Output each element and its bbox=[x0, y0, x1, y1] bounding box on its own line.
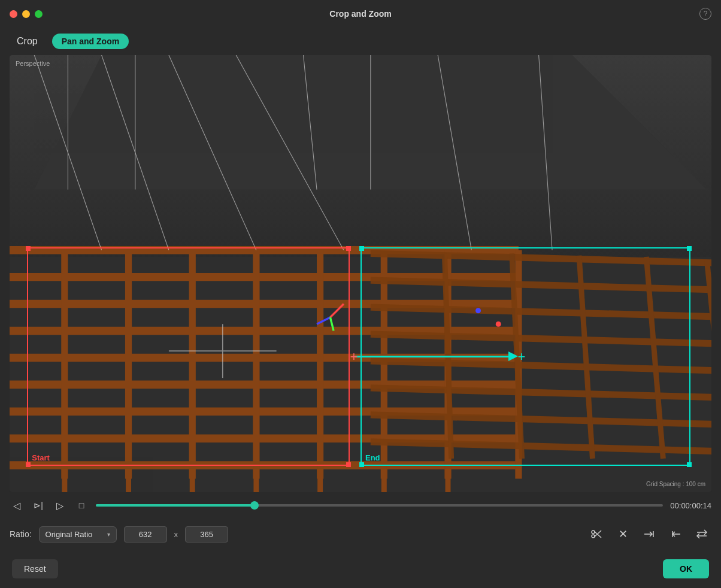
svg-point-59 bbox=[592, 535, 595, 538]
timeline-filled bbox=[96, 504, 255, 507]
svg-point-58 bbox=[592, 531, 595, 534]
stop-button[interactable]: □ bbox=[74, 498, 89, 513]
scissors-icon[interactable] bbox=[587, 525, 606, 544]
crop-start-box[interactable]: Start bbox=[27, 247, 350, 466]
arrow-left-bar-icon[interactable] bbox=[666, 525, 685, 544]
pan-zoom-arrow: + + bbox=[350, 349, 525, 365]
dimension-separator: x bbox=[174, 530, 178, 539]
width-input[interactable] bbox=[124, 526, 167, 542]
play-button[interactable]: ▷ bbox=[53, 498, 67, 513]
titlebar: Crop and Zoom ? bbox=[0, 0, 721, 28]
window-title: Crop and Zoom bbox=[329, 9, 391, 19]
end-corner-tr[interactable] bbox=[687, 246, 692, 251]
action-bar: Reset OK bbox=[0, 550, 721, 588]
chevron-down-icon: ▾ bbox=[107, 531, 110, 538]
end-corner-br[interactable] bbox=[687, 462, 692, 467]
grid-spacing-label: Grid Spacing : 100 cm bbox=[646, 481, 705, 487]
ratio-selected-value: Original Ratio bbox=[46, 530, 93, 539]
window-controls bbox=[10, 10, 43, 18]
help-icon[interactable]: ? bbox=[699, 8, 711, 20]
timeline-track[interactable] bbox=[96, 504, 663, 507]
ok-button[interactable]: OK bbox=[663, 559, 709, 578]
tab-pan-zoom[interactable]: Pan and Zoom bbox=[52, 34, 129, 49]
start-label: Start bbox=[32, 453, 50, 462]
maximize-button[interactable] bbox=[35, 10, 43, 18]
end-corner-tl[interactable] bbox=[359, 246, 364, 251]
end-corner-bl[interactable] bbox=[359, 462, 364, 467]
minimize-button[interactable] bbox=[22, 10, 30, 18]
svg-line-61 bbox=[595, 531, 602, 537]
end-label: End bbox=[365, 453, 380, 462]
start-corner-br[interactable] bbox=[346, 462, 351, 467]
ratio-bar: Ratio: Original Ratio ▾ x ✕ bbox=[0, 519, 721, 550]
start-corner-tr[interactable] bbox=[346, 246, 351, 251]
arrow-right-bar-icon[interactable] bbox=[640, 525, 659, 544]
svg-line-60 bbox=[595, 532, 602, 538]
ratio-select[interactable]: Original Ratio ▾ bbox=[39, 526, 117, 542]
reset-button[interactable]: Reset bbox=[12, 559, 58, 578]
perspective-label: Perspective bbox=[16, 60, 50, 67]
start-corner-bl[interactable] bbox=[26, 462, 31, 467]
swap-icon[interactable] bbox=[692, 525, 711, 544]
tab-crop[interactable]: Crop bbox=[12, 34, 43, 49]
play-from-start-button[interactable]: ⊳| bbox=[31, 498, 46, 513]
close-button[interactable] bbox=[10, 10, 17, 18]
timecode: 00:00:00:14 bbox=[670, 501, 711, 510]
tabs-bar: Crop Pan and Zoom bbox=[0, 28, 721, 55]
prev-frame-button[interactable]: ◁ bbox=[10, 498, 24, 513]
canvas-bg: Perspective Grid Spacing : 100 cm Start … bbox=[10, 55, 711, 492]
start-corner-tl[interactable] bbox=[26, 246, 31, 251]
remove-icon[interactable]: ✕ bbox=[613, 525, 632, 544]
transport-bar: ◁ ⊳| ▷ □ 00:00:00:14 bbox=[0, 492, 721, 519]
height-input[interactable] bbox=[185, 526, 228, 542]
ratio-label: Ratio: bbox=[10, 529, 32, 539]
video-area: Perspective Grid Spacing : 100 cm Start … bbox=[10, 55, 711, 492]
timeline-thumb[interactable] bbox=[250, 501, 259, 510]
